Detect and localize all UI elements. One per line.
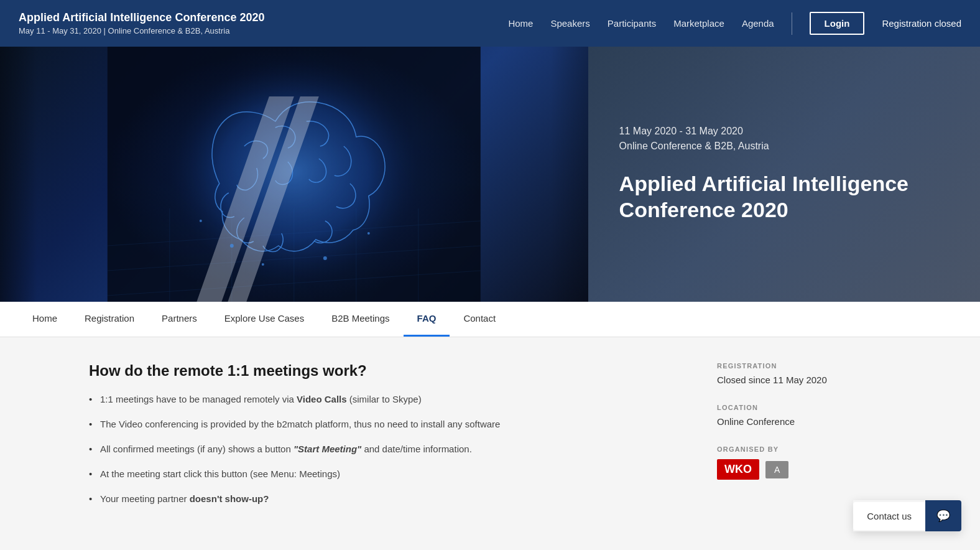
faq-title: How do the remote 1:1 meetings work? xyxy=(89,362,680,380)
faq-list: 1:1 meetings have to be managed remotely… xyxy=(89,392,680,506)
subnav-explore-use-cases[interactable]: Explore Use Cases xyxy=(211,302,318,337)
wko-logo: WKO xyxy=(717,459,759,480)
org-logos: WKO A xyxy=(717,459,891,480)
nav-home[interactable]: Home xyxy=(508,18,533,29)
site-subtitle: May 11 - May 31, 2020 | Online Conferenc… xyxy=(19,26,264,35)
hero-conference-title: Applied Artificial Intelligence Conferen… xyxy=(619,170,949,223)
header-branding: Applied Artificial Intelligence Conferen… xyxy=(19,11,264,35)
organised-label: ORGANISED BY xyxy=(717,445,891,453)
sidebar-organised-by: ORGANISED BY WKO A xyxy=(717,445,891,480)
contact-chat-icon-button[interactable]: 💬 xyxy=(925,500,961,531)
registration-label: REGISTRATION xyxy=(717,362,891,370)
svg-point-9 xyxy=(170,59,418,283)
list-item: 1:1 meetings have to be managed remotely… xyxy=(89,392,680,407)
subnav-b2b-meetings[interactable]: B2B Meetings xyxy=(318,302,403,337)
subnav-contact[interactable]: Contact xyxy=(450,302,509,337)
hero-info: 11 May 2020 - 31 May 2020 Online Confere… xyxy=(588,47,980,302)
hero-section: 11 May 2020 - 31 May 2020 Online Confere… xyxy=(0,47,980,302)
location-label: LOCATION xyxy=(717,404,891,411)
registration-value: Closed since 11 May 2020 xyxy=(717,375,891,385)
faq-content: How do the remote 1:1 meetings work? 1:1… xyxy=(89,362,680,516)
location-value: Online Conference xyxy=(717,416,891,427)
sidebar: REGISTRATION Closed since 11 May 2020 LO… xyxy=(717,362,891,516)
main-nav: Home Speakers Participants Marketplace A… xyxy=(508,12,961,35)
sidebar-registration: REGISTRATION Closed since 11 May 2020 xyxy=(717,362,891,385)
bold-video-calls: Video Calls xyxy=(297,394,347,404)
svg-point-13 xyxy=(262,263,264,266)
svg-point-15 xyxy=(368,232,370,235)
list-item: Your meeting partner doesn't show-up? xyxy=(89,492,680,506)
sub-navigation: Home Registration Partners Explore Use C… xyxy=(0,302,980,337)
bold-doesnt-show-up: doesn't show-up? xyxy=(190,493,269,504)
bold-italic-start-meeting: "Start Meeting" xyxy=(294,444,361,454)
hero-dates: 11 May 2020 - 31 May 2020 xyxy=(619,126,949,137)
list-item: All confirmed meetings (if any) shows a … xyxy=(89,442,680,457)
subnav-partners[interactable]: Partners xyxy=(148,302,211,337)
svg-point-16 xyxy=(200,220,202,222)
site-title: Applied Artificial Intelligence Conferen… xyxy=(19,11,264,24)
svg-point-14 xyxy=(323,256,327,260)
list-item: The Video conferencing is provided by th… xyxy=(89,417,680,432)
subnav-home[interactable]: Home xyxy=(19,302,71,337)
hero-location: Online Conference & B2B, Austria xyxy=(619,141,949,152)
nav-speakers[interactable]: Speakers xyxy=(550,18,589,29)
login-button[interactable]: Login xyxy=(810,12,865,35)
list-item: At the meeting start click this button (… xyxy=(89,467,680,482)
org-logo-secondary: A xyxy=(765,461,788,478)
registration-closed-label: Registration closed xyxy=(882,18,961,29)
contact-us-button[interactable]: Contact us xyxy=(853,502,925,530)
hero-image xyxy=(0,47,588,302)
chat-icon: 💬 xyxy=(936,510,950,522)
site-header: Applied Artificial Intelligence Conferen… xyxy=(0,0,980,47)
contact-widget: Contact us 💬 xyxy=(853,500,961,531)
nav-marketplace[interactable]: Marketplace xyxy=(673,18,724,29)
sidebar-location: LOCATION Online Conference xyxy=(717,404,891,427)
main-content: How do the remote 1:1 meetings work? 1:1… xyxy=(70,337,910,541)
subnav-registration[interactable]: Registration xyxy=(71,302,148,337)
nav-participants[interactable]: Participants xyxy=(608,18,656,29)
nav-divider xyxy=(792,12,792,35)
nav-agenda[interactable]: Agenda xyxy=(742,18,774,29)
hero-brain-visual xyxy=(0,47,588,302)
subnav-faq[interactable]: FAQ xyxy=(404,302,450,337)
svg-point-12 xyxy=(230,244,234,248)
